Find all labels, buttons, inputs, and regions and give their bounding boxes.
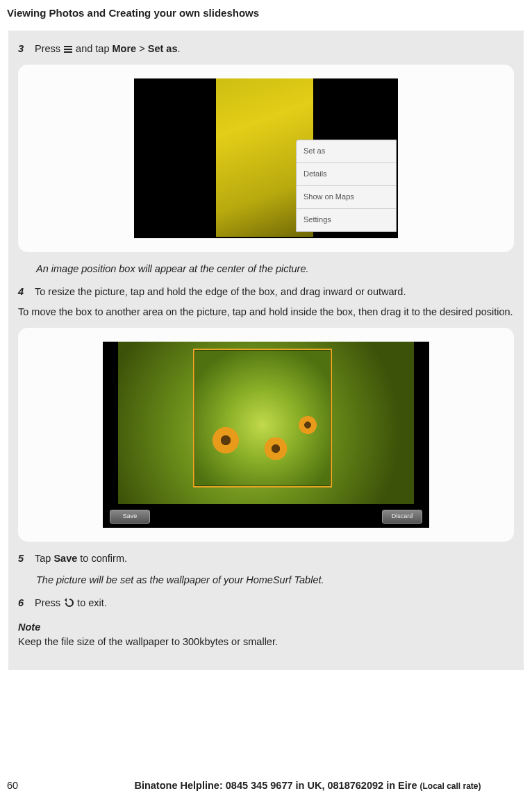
content-panel: 3 Press and tap More > Set as. Set as De… [8,31,524,670]
text-dot: . [177,43,180,54]
step-text: Tap Save to confirm. [35,551,127,566]
screenshot-1: Set as Details Show on Maps Settings [134,78,398,238]
text-press: Press [35,43,63,54]
svg-rect-1 [64,49,72,50]
figure-frame-2: Save Discard [18,328,514,542]
step-text: To resize the picture, tap and hold the … [35,285,406,299]
body-text-move: To move the box to another area on the p… [18,305,514,319]
svg-rect-0 [64,46,72,47]
text-gt: > [136,43,148,54]
text-set-as: Set as [148,43,178,54]
step-3: 3 Press and tap More > Set as. [18,42,514,58]
caption-2: The picture will be set as the wallpaper… [36,573,514,588]
back-icon [63,597,74,612]
text-exit: to exit. [74,597,107,608]
step-number: 3 [18,42,28,58]
step-6: 6 Press to exit. [18,596,514,612]
caption-1: An image position box will appear at the… [36,262,514,276]
step-number: 5 [18,551,28,566]
text-press: Press [35,597,63,608]
flower-decoration [297,415,318,435]
helpline-text: Binatone Helpline: 0845 345 9677 in UK, … [90,778,525,793]
page-number: 60 [7,778,90,793]
helpline-main: Binatone Helpline: 0845 345 9677 in UK, … [134,780,419,791]
svg-rect-2 [64,51,72,53]
text-confirm: to confirm. [77,553,127,564]
note-label: Note [18,620,514,635]
context-menu: Set as Details Show on Maps Settings [296,140,397,232]
figure-frame-1: Set as Details Show on Maps Settings [18,65,514,252]
helpline-rate: (Local call rate) [420,781,481,791]
step-text: Press to exit. [35,596,107,612]
discard-button[interactable]: Discard [382,510,422,524]
text-tap: Tap [35,553,53,564]
text-save: Save [53,553,77,564]
menu-icon [63,43,73,58]
step-5: 5 Tap Save to confirm. [18,551,514,566]
step-4: 4 To resize the picture, tap and hold th… [18,285,514,299]
step-text: Press and tap More > Set as. [35,42,180,58]
text-and-tap: and tap [73,43,112,54]
menu-item-set-as[interactable]: Set as [297,140,396,163]
menu-item-show-on-maps[interactable]: Show on Maps [297,186,396,209]
step-number: 4 [18,285,28,299]
page-footer: 60 Binatone Helpline: 0845 345 9677 in U… [0,778,532,793]
screenshot-2: Save Discard [103,342,429,528]
save-button[interactable]: Save [110,510,150,524]
text-more: More [113,43,137,54]
flower-decoration [263,435,289,462]
step-number: 6 [18,596,28,612]
page-header: Viewing Photos and Creating your own sli… [0,0,532,31]
note-text: Keep the file size of the wallpaper to 3… [18,635,514,649]
menu-item-details[interactable]: Details [297,163,396,186]
flower-decoration [210,425,241,456]
menu-item-settings[interactable]: Settings [297,209,396,231]
